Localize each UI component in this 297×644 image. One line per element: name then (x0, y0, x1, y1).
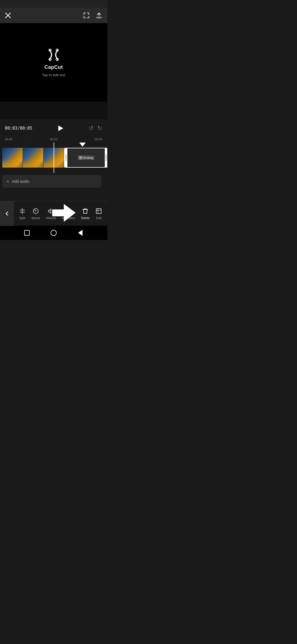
capcut-icon (47, 48, 61, 63)
system-nav-bar (0, 226, 107, 240)
clip-handle-right[interactable] (105, 148, 107, 167)
brand-name: CapCut (45, 64, 63, 70)
delete-icon (82, 207, 89, 215)
speed-icon (32, 207, 39, 215)
svg-point-16 (35, 211, 36, 212)
ruler-mark-0: 00:00 (5, 138, 13, 141)
redo-button[interactable]: ↻ (97, 125, 102, 132)
handle-line-left (66, 154, 66, 161)
nav-home-button[interactable] (50, 229, 57, 237)
clip-handle-left[interactable] (65, 148, 67, 167)
play-triangle-icon (58, 125, 63, 131)
ruler-mark-4: 00:04 (95, 138, 102, 141)
toolbar-item-speed[interactable]: Speed (31, 207, 40, 220)
nav-home-icon (51, 230, 57, 236)
back-button[interactable] (0, 201, 14, 226)
toolbar-item-delete[interactable]: Delete (81, 207, 90, 220)
ending-clip-inner: Ending (78, 155, 95, 160)
ending-label: Ending (84, 156, 93, 159)
svg-marker-9 (52, 204, 76, 222)
video-frame-2 (23, 148, 43, 168)
svg-marker-8 (80, 157, 82, 159)
bottom-toolbar: Split Speed Volume (0, 201, 107, 226)
video-preview[interactable]: CapCut Tap to edit text (0, 23, 107, 102)
nav-back-button[interactable] (76, 229, 84, 237)
speed-label: Speed (31, 216, 40, 220)
toolbar-item-edit[interactable]: Edit (95, 207, 102, 220)
status-bar (0, 0, 107, 8)
video-frame-1 (2, 148, 23, 168)
play-button[interactable] (56, 123, 65, 133)
add-audio-button[interactable]: + Add audio (2, 175, 101, 188)
timeline-ruler: 00:00 • 00:02 • 00:04 (0, 136, 107, 143)
top-toolbar (0, 8, 107, 23)
handle-line-right (106, 154, 106, 161)
ruler-marks: 00:00 • 00:02 • 00:04 (5, 138, 102, 141)
tap-to-edit-text[interactable]: Tap to edit text (42, 73, 65, 77)
share-button[interactable] (96, 12, 102, 19)
nav-stop-button[interactable] (23, 229, 31, 237)
toolbar-item-split[interactable]: Split (19, 207, 26, 220)
time-display: 00:03/00:05 (5, 126, 32, 131)
total-time: 00:05 (20, 126, 32, 131)
svg-rect-18 (96, 209, 101, 214)
expand-button[interactable] (83, 12, 90, 19)
split-icon (19, 207, 26, 215)
nav-back-icon (78, 230, 82, 236)
edit-icon (95, 207, 102, 215)
ruler-mark-2: 00:02 (50, 138, 57, 141)
svg-marker-6 (73, 143, 92, 147)
video-strip[interactable] (2, 148, 64, 168)
dark-spacer (0, 102, 107, 119)
playhead (54, 143, 54, 173)
split-label: Split (19, 216, 25, 220)
arrow-down-annotation (73, 143, 92, 148)
close-button[interactable] (5, 12, 11, 18)
nav-stop-icon (24, 230, 30, 236)
current-time: 00:03 (5, 126, 17, 131)
timeline-controls: 00:03/00:05 ↺ ↻ (0, 119, 107, 136)
timeline-track[interactable]: Ending + (0, 143, 107, 173)
add-audio-plus-icon: + (7, 179, 9, 184)
ending-badge: Ending (78, 155, 95, 160)
edit-label: Edit (96, 216, 101, 220)
ruler-dot-1: • (31, 138, 32, 141)
capcut-logo: CapCut Tap to edit text (42, 48, 65, 77)
undo-button[interactable]: ↺ (89, 125, 94, 132)
toolbar-right-actions (83, 12, 102, 19)
bottom-spacer (0, 190, 107, 201)
ending-clip[interactable]: Ending (64, 148, 107, 168)
ruler-dot-2: • (76, 138, 76, 141)
arrow-right-annotation (52, 204, 76, 223)
add-audio-label: Add audio (12, 179, 29, 184)
delete-label: Delete (81, 216, 90, 220)
undo-redo-controls: ↺ ↻ (89, 125, 102, 132)
